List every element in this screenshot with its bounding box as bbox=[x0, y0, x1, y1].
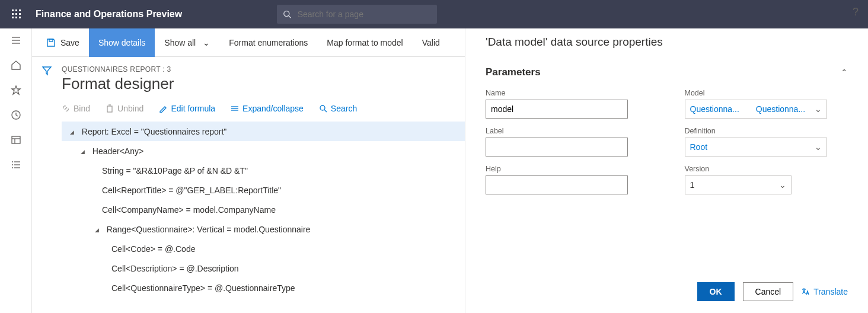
recent-icon[interactable] bbox=[10, 109, 22, 121]
save-label: Save bbox=[60, 38, 79, 47]
validate-button[interactable]: Valid bbox=[413, 28, 449, 57]
tree-twisty-icon[interactable] bbox=[66, 128, 77, 135]
name-label: Name bbox=[486, 89, 649, 97]
svg-rect-8 bbox=[19, 17, 21, 18]
tree-row[interactable]: Cell<QuestionnaireType> = @.Questionnair… bbox=[62, 278, 465, 298]
model-label: Model bbox=[685, 89, 848, 97]
app-launcher-icon[interactable] bbox=[5, 2, 28, 26]
format-tree: Report: Excel = "Questionnaires report" … bbox=[62, 122, 465, 298]
svg-rect-24 bbox=[49, 39, 53, 41]
expand-collapse-button[interactable]: Expand/collapse bbox=[231, 104, 304, 113]
tree-row[interactable]: Cell<CompanyName> = model.CompanyName bbox=[62, 200, 465, 219]
page-title: Format designer bbox=[62, 75, 465, 93]
help-label: Help bbox=[486, 165, 649, 173]
main-area: Save Show details Show all⌄ Format enume… bbox=[32, 28, 465, 313]
filter-column bbox=[32, 57, 62, 313]
tree-row[interactable]: String = "&R&10Page &P of &N &D &T" bbox=[62, 161, 465, 180]
svg-rect-5 bbox=[19, 13, 21, 15]
search-input[interactable] bbox=[298, 9, 432, 19]
show-all-button[interactable]: Show all⌄ bbox=[155, 28, 219, 57]
tree-twisty-icon[interactable] bbox=[91, 226, 102, 233]
translate-button[interactable]: Translate bbox=[802, 287, 848, 296]
svg-rect-7 bbox=[15, 17, 17, 18]
tree-row[interactable]: Cell<ReportTitle> = @"GER_LABEL:ReportTi… bbox=[62, 180, 465, 200]
format-enum-button[interactable]: Format enumerations bbox=[219, 28, 317, 57]
format-designer: QUESTIONNAIRES REPORT : 3 Format designe… bbox=[62, 57, 465, 313]
left-nav-rail bbox=[0, 28, 32, 313]
hamburger-icon[interactable] bbox=[10, 34, 22, 46]
panel-title: 'Data model' data source properties bbox=[486, 36, 848, 49]
home-icon[interactable] bbox=[10, 59, 22, 71]
top-bar: Finance and Operations Preview bbox=[0, 0, 868, 28]
properties-panel: 'Data model' data source properties Para… bbox=[465, 28, 868, 313]
svg-rect-25 bbox=[107, 106, 112, 112]
cancel-button[interactable]: Cancel bbox=[743, 282, 794, 301]
panel-footer: OK Cancel Translate bbox=[697, 282, 848, 301]
label-label: Label bbox=[486, 127, 649, 135]
funnel-icon[interactable] bbox=[42, 65, 52, 313]
definition-select[interactable]: Root ⌄ bbox=[685, 138, 827, 156]
label-field[interactable] bbox=[486, 138, 628, 156]
unbind-button[interactable]: Unbind bbox=[106, 104, 143, 113]
help-field[interactable] bbox=[486, 175, 628, 194]
svg-point-30 bbox=[320, 106, 325, 110]
modules-icon[interactable] bbox=[10, 159, 22, 171]
star-icon[interactable] bbox=[10, 84, 22, 96]
chevron-down-icon: ⌄ bbox=[779, 180, 786, 190]
tree-row[interactable]: Cell<Code> = @.Code bbox=[62, 239, 465, 258]
tree-row[interactable]: Header<Any> bbox=[62, 141, 465, 161]
help-icon[interactable]: ? bbox=[853, 6, 859, 18]
chevron-down-icon: ⌄ bbox=[815, 104, 822, 114]
tree-row[interactable]: Range<Questionnaire>: Vertical = model.Q… bbox=[62, 219, 465, 239]
designer-toolbar: Bind Unbind Edit formula Expand/collapse… bbox=[62, 104, 465, 113]
app-title: Finance and Operations Preview bbox=[36, 9, 182, 20]
version-select[interactable]: 1 ⌄ bbox=[685, 175, 792, 194]
ok-button[interactable]: OK bbox=[697, 282, 735, 301]
command-bar: Save Show details Show all⌄ Format enume… bbox=[32, 28, 465, 57]
version-label: Version bbox=[685, 165, 848, 173]
tree-twisty-icon[interactable] bbox=[77, 148, 88, 155]
breadcrumb: QUESTIONNAIRES REPORT : 3 bbox=[62, 65, 465, 74]
definition-label: Definition bbox=[685, 127, 848, 135]
tree-row[interactable]: Report: Excel = "Questionnaires report" bbox=[62, 122, 465, 141]
workspace-icon[interactable] bbox=[10, 134, 22, 146]
tree-row[interactable]: Cell<Description> = @.Description bbox=[62, 258, 465, 278]
svg-point-9 bbox=[284, 11, 289, 17]
section-header: Parameters bbox=[486, 66, 541, 78]
edit-formula-button[interactable]: Edit formula bbox=[159, 104, 215, 113]
chevron-down-icon: ⌄ bbox=[815, 142, 822, 152]
chevron-down-icon: ⌄ bbox=[203, 38, 210, 47]
model-select[interactable]: Questionna...Questionna... ⌄ bbox=[685, 100, 827, 119]
svg-line-10 bbox=[289, 16, 291, 18]
svg-rect-3 bbox=[12, 13, 14, 15]
svg-rect-6 bbox=[12, 17, 14, 18]
svg-line-31 bbox=[324, 110, 327, 112]
svg-rect-15 bbox=[12, 136, 20, 143]
tree-search-button[interactable]: Search bbox=[319, 104, 357, 113]
parameters-form: Name Label Help Model Questionna...Quest… bbox=[486, 89, 848, 194]
svg-rect-4 bbox=[15, 13, 17, 15]
svg-rect-0 bbox=[12, 9, 14, 11]
svg-rect-1 bbox=[15, 9, 17, 11]
global-search[interactable] bbox=[277, 5, 437, 24]
svg-rect-2 bbox=[19, 9, 21, 11]
bind-button[interactable]: Bind bbox=[62, 104, 90, 113]
name-field[interactable] bbox=[486, 100, 628, 119]
chevron-up-icon[interactable]: ⌃ bbox=[841, 68, 848, 77]
show-details-button[interactable]: Show details bbox=[89, 28, 155, 57]
map-format-button[interactable]: Map format to model bbox=[317, 28, 412, 57]
save-button[interactable]: Save bbox=[37, 28, 89, 57]
